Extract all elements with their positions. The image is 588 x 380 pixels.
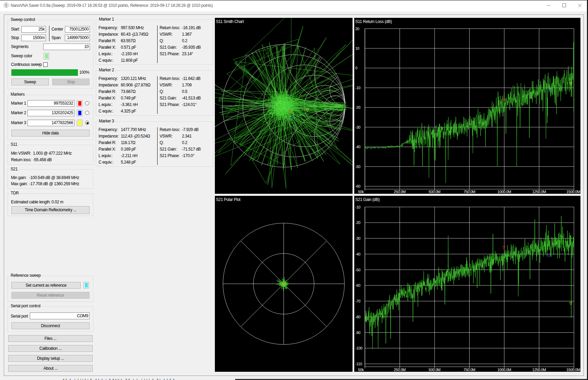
svg-text:500.0M: 500.0M (429, 190, 441, 194)
svg-text:750.0M: 750.0M (463, 190, 475, 194)
svg-text:250.0M: 250.0M (394, 190, 406, 194)
svg-text:50k: 50k (358, 190, 364, 194)
svg-text:S11 Smith Chart: S11 Smith Chart (216, 19, 244, 24)
svg-text:-20: -20 (355, 105, 360, 109)
svg-text:50k: 50k (358, 368, 364, 372)
svg-text:S21 Gain (dB): S21 Gain (dB) (355, 197, 380, 202)
svg-text:1250.0M: 1250.0M (532, 368, 546, 372)
svg-text:-80: -80 (355, 315, 360, 319)
svg-text:1500.0M: 1500.0M (566, 368, 580, 372)
svg-text:250.0M: 250.0M (394, 368, 406, 372)
svg-text:1000.0M: 1000.0M (497, 190, 511, 194)
svg-text:-90: -90 (355, 331, 360, 335)
svg-text:-70: -70 (355, 299, 360, 303)
svg-text:1250.0M: 1250.0M (532, 190, 546, 194)
svg-text:-110: -110 (355, 362, 362, 366)
svg-text:S11 Return Loss (dB): S11 Return Loss (dB) (355, 19, 392, 24)
svg-text:1500.0M: 1500.0M (566, 190, 580, 194)
svg-text:750.0M: 750.0M (463, 368, 475, 372)
svg-text:20: 20 (355, 27, 359, 31)
svg-text:0: 0 (355, 66, 357, 70)
svg-text:-50: -50 (355, 268, 360, 272)
svg-text:-100: -100 (355, 346, 362, 350)
svg-text:-30: -30 (355, 125, 360, 129)
svg-text:-40: -40 (355, 145, 360, 149)
svg-text:1000.0M: 1000.0M (497, 368, 511, 372)
svg-text:500.0M: 500.0M (429, 368, 441, 372)
svg-text:S21 Polar Plot: S21 Polar Plot (216, 197, 241, 202)
svg-text:-10: -10 (355, 86, 360, 90)
svg-text:-60: -60 (355, 184, 360, 188)
svg-text:-60: -60 (355, 283, 360, 287)
svg-text:-40: -40 (355, 252, 360, 256)
svg-text:-50: -50 (355, 165, 360, 169)
svg-text:-20: -20 (355, 221, 360, 225)
svg-text:-10: -10 (355, 205, 360, 209)
svg-text:-30: -30 (355, 236, 360, 240)
svg-text:10: 10 (355, 46, 359, 50)
